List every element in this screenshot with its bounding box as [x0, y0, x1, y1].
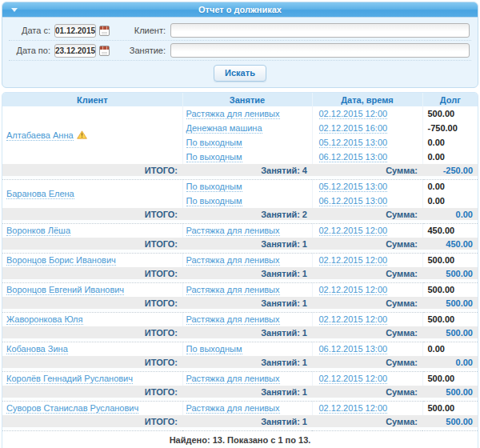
activity-cell: Растяжка для ленивых: [182, 253, 312, 267]
client-link[interactable]: Кобанова Зина: [6, 344, 68, 354]
client-link[interactable]: Воронцов Борис Иванович: [6, 255, 116, 266]
activity-link[interactable]: Растяжка для ленивых: [186, 374, 280, 384]
datetime-link[interactable]: 02.12.2015 12:00: [319, 314, 388, 325]
sessions-count: Занятий: 2: [182, 208, 312, 220]
calendar-icon[interactable]: [99, 46, 110, 56]
datetime-cell: 02.12.2015 16:00: [312, 121, 422, 135]
search-button[interactable]: Искать: [214, 65, 266, 82]
date-from-label: Дата с:: [9, 26, 50, 35]
sum-label: Сумма:: [312, 356, 422, 368]
datetime-cell: 06.12.2015 13:00: [312, 194, 422, 208]
activity-link[interactable]: Денежная машина: [186, 123, 262, 134]
activity-link[interactable]: По выходным: [186, 344, 242, 354]
client-link[interactable]: Жаворонкова Юля: [6, 314, 83, 325]
activity-link[interactable]: По выходным: [186, 182, 242, 192]
debt-value: 500.00: [422, 312, 478, 326]
search-button-row: Искать: [7, 61, 473, 86]
total-label: ИТОГО:: [2, 208, 182, 220]
sum-value: 500.00: [422, 326, 478, 338]
collapse-icon[interactable]: [11, 8, 18, 12]
client-cell: Суворов Станислав Русланович: [2, 401, 182, 415]
report-filter-panel: Отчет о должниках Дата с: Клиент: Дата п…: [2, 2, 478, 88]
datetime-link[interactable]: 05.12.2015 13:00: [319, 182, 388, 192]
datetime-cell: 02.12.2015 12:00: [312, 253, 422, 267]
activity-link[interactable]: Растяжка для ленивых: [186, 314, 280, 325]
client-link[interactable]: Королёв Геннадий Русланович: [6, 374, 133, 384]
report-page: Отчет о должниках Дата с: Клиент: Дата п…: [0, 0, 480, 448]
sessions-count: Занятий: 1: [182, 297, 312, 309]
calendar-icon[interactable]: [99, 26, 110, 36]
datetime-link[interactable]: 06.12.2015 13:00: [319, 196, 388, 206]
sum-value: 0.00: [422, 208, 478, 220]
activity-link[interactable]: Растяжка для ленивых: [186, 255, 280, 266]
datetime-link[interactable]: 02.12.2015 12:00: [319, 109, 388, 119]
sessions-count: Занятий: 4: [182, 164, 312, 176]
debt-value: 0.00: [422, 135, 478, 150]
datetime-cell: 05.12.2015 13:00: [312, 179, 422, 194]
panel-header[interactable]: Отчет о должниках: [2, 2, 478, 18]
group-total-row: ИТОГО:Занятий: 1Сумма:500.00: [2, 297, 478, 309]
total-label: ИТОГО:: [2, 356, 182, 368]
sum-label: Сумма:: [312, 164, 422, 176]
activity-link[interactable]: По выходным: [186, 138, 242, 148]
activity-cell: По выходным: [182, 179, 312, 194]
debt-value: 0.00: [422, 150, 478, 164]
sessions-count: Занятий: 1: [182, 326, 312, 338]
client-cell: Королёв Геннадий Русланович: [2, 371, 182, 386]
activity-link[interactable]: Растяжка для ленивых: [186, 285, 280, 295]
client-link[interactable]: Воронков Лёша: [6, 226, 70, 236]
datetime-link[interactable]: 02.12.2015 12:00: [319, 374, 388, 384]
debt-value: -750.00: [422, 121, 478, 135]
client-link[interactable]: Баранова Елена: [6, 189, 74, 199]
date-to-input[interactable]: [54, 44, 96, 58]
report-row: Воронцов Борис ИвановичРастяжка для лени…: [2, 253, 478, 267]
datetime-link[interactable]: 02.12.2015 12:00: [319, 285, 388, 295]
activity-link[interactable]: Растяжка для ленивых: [186, 109, 280, 119]
total-label: ИТОГО:: [2, 326, 182, 338]
debt-value: 500.00: [422, 371, 478, 386]
sessions-count: Занятий: 1: [182, 238, 312, 250]
datetime-link[interactable]: 02.12.2015 12:00: [319, 226, 388, 236]
debt-value: 0.00: [422, 194, 478, 208]
datetime-link[interactable]: 02.12.2015 12:00: [319, 255, 388, 266]
report-table-body: Алтабаева АннаРастяжка для ленивых02.12.…: [2, 106, 478, 430]
group-separator: [2, 427, 478, 430]
sum-label: Сумма:: [312, 386, 422, 398]
group-total-row: ИТОГО:Занятий: 1Сумма:450.00: [2, 238, 478, 250]
client-link[interactable]: Алтабаева Анна: [6, 130, 74, 141]
datetime-link[interactable]: 05.12.2015 13:00: [319, 138, 388, 148]
sessions-count: Занятий: 1: [182, 415, 312, 427]
datetime-link[interactable]: 06.12.2015 13:00: [319, 152, 388, 162]
sum-label: Сумма:: [312, 267, 422, 279]
activity-cell: По выходным: [182, 342, 312, 356]
client-cell: Воронцов Борис Иванович: [2, 253, 182, 267]
datetime-link[interactable]: 06.12.2015 13:00: [319, 344, 388, 354]
activity-input[interactable]: [170, 43, 470, 58]
client-link[interactable]: Суворов Станислав Русланович: [6, 403, 138, 414]
total-label: ИТОГО:: [2, 386, 182, 398]
activity-link[interactable]: По выходным: [186, 196, 242, 206]
group-total-row: ИТОГО:Занятий: 1Сумма:0.00: [2, 356, 478, 368]
sum-value: 450.00: [422, 238, 478, 250]
group-total-row: ИТОГО:Занятий: 2Сумма:0.00: [2, 208, 478, 220]
date-from-input[interactable]: [54, 24, 96, 38]
activity-link[interactable]: По выходным: [186, 152, 242, 162]
datetime-link[interactable]: 02.12.2015 12:00: [319, 403, 388, 414]
table-header-row: Клиент Занятие Дата, время Долг: [2, 93, 478, 106]
report-row: Жаворонкова ЮляРастяжка для ленивых02.12…: [2, 312, 478, 326]
datetime-link[interactable]: 02.12.2015 16:00: [319, 123, 388, 134]
date-to-label: Дата по:: [9, 46, 50, 55]
activity-link[interactable]: Растяжка для ленивых: [186, 403, 280, 414]
group-total-row: ИТОГО:Занятий: 1Сумма:500.00: [2, 267, 478, 279]
sessions-count: Занятий: 1: [182, 356, 312, 368]
activity-cell: По выходным: [182, 194, 312, 208]
group-separator-line: [2, 427, 478, 430]
client-input[interactable]: [170, 23, 470, 38]
client-link[interactable]: Воронцов Евгений Иванович: [6, 285, 124, 295]
debt-value: 450.00: [422, 223, 478, 238]
activity-link[interactable]: Растяжка для ленивых: [186, 226, 280, 236]
column-header-debt: Долг: [422, 93, 478, 106]
debt-value: 0.00: [422, 342, 478, 356]
activity-cell: По выходным: [182, 135, 312, 150]
sum-label: Сумма:: [312, 208, 422, 220]
